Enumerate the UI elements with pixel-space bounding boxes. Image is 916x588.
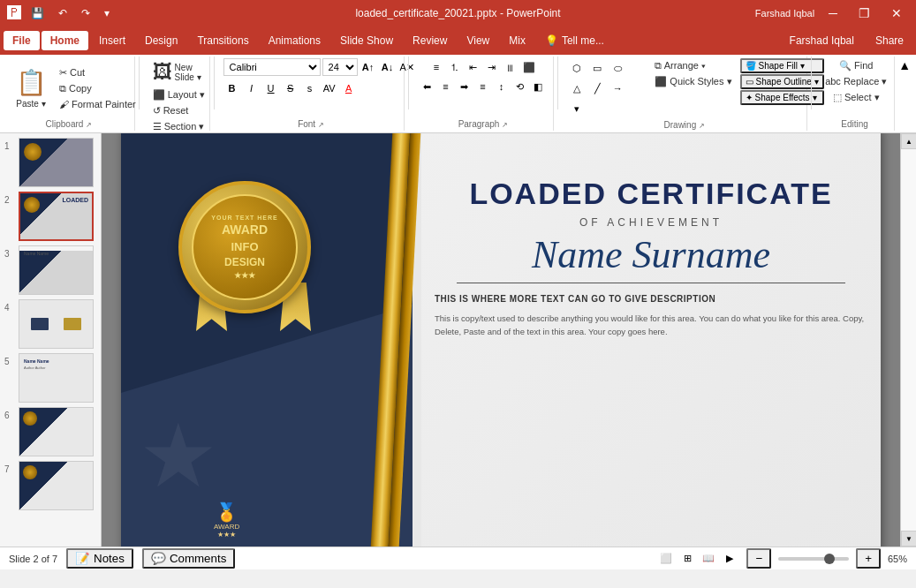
slide-thumb-1[interactable]: 1 bbox=[4, 138, 96, 187]
scroll-down-button[interactable]: ▼ bbox=[901, 531, 916, 547]
menu-insert[interactable]: Insert bbox=[90, 31, 134, 50]
menu-home[interactable]: Home bbox=[42, 31, 88, 50]
save-button[interactable]: 💾 bbox=[26, 5, 49, 21]
slide-preview-7[interactable] bbox=[19, 461, 94, 510]
convert-to-smartart-button[interactable]: ◧ bbox=[529, 78, 547, 95]
bullets-button[interactable]: ≡ bbox=[428, 58, 445, 76]
slide-thumb-3[interactable]: 3 Name Name bbox=[4, 245, 96, 295]
replace-button[interactable]: abc Replace ▾ bbox=[821, 74, 891, 89]
slide-preview-6[interactable] bbox=[19, 407, 94, 456]
menu-mix[interactable]: Mix bbox=[500, 31, 534, 50]
menu-transitions[interactable]: Transitions bbox=[188, 31, 257, 50]
collapse-ribbon-button[interactable]: ▲ bbox=[898, 58, 911, 72]
slide-preview-2[interactable]: LOADED bbox=[19, 192, 94, 241]
oval-button[interactable]: ⬭ bbox=[608, 58, 627, 78]
section-button[interactable]: ☰ Section ▾ bbox=[148, 119, 209, 134]
undo-button[interactable]: ↶ bbox=[54, 5, 72, 21]
share-button[interactable]: Share bbox=[867, 31, 912, 50]
rect-button[interactable]: ▭ bbox=[587, 58, 607, 78]
slide-thumb-7[interactable]: 7 bbox=[4, 461, 96, 510]
select-button[interactable]: ⬚ Select ▾ bbox=[829, 90, 884, 105]
menu-view[interactable]: View bbox=[458, 31, 498, 50]
award-bottom-text: AWARD ★★★ bbox=[214, 523, 239, 539]
shapes-button[interactable]: ⬡ bbox=[567, 58, 587, 78]
medal-stars: ★★★ bbox=[211, 270, 277, 282]
layout-button[interactable]: ⬛ Layout ▾ bbox=[148, 87, 209, 102]
normal-view-button[interactable]: ⬜ bbox=[656, 551, 676, 567]
slide-preview-3[interactable]: Name Name bbox=[19, 245, 94, 295]
strikethrough-button[interactable]: S bbox=[282, 79, 299, 97]
menu-design[interactable]: Design bbox=[136, 31, 186, 50]
font-family-select[interactable]: Calibri bbox=[223, 58, 321, 76]
format-painter-button[interactable]: 🖌 Format Painter bbox=[55, 97, 140, 111]
find-button[interactable]: 🔍 Find bbox=[835, 58, 877, 73]
justify-button[interactable]: ≡ bbox=[473, 78, 491, 95]
arrange-button[interactable]: ⧉ Arrange ▾ bbox=[650, 58, 736, 73]
restore-button[interactable]: ❐ bbox=[852, 4, 877, 22]
scroll-track[interactable] bbox=[901, 149, 916, 531]
quick-styles-button[interactable]: ⬛ Quick Styles ▾ bbox=[650, 74, 736, 89]
decrease-font-button[interactable]: A↓ bbox=[379, 58, 397, 76]
copy-button[interactable]: ⧉ Copy bbox=[55, 81, 140, 96]
redo-button[interactable]: ↷ bbox=[77, 5, 95, 21]
slide-sorter-button[interactable]: ⊞ bbox=[678, 551, 697, 567]
slide-thumb-5[interactable]: 5 Name Name Author Author bbox=[4, 353, 96, 403]
bold-button[interactable]: B bbox=[223, 79, 241, 97]
italic-button[interactable]: I bbox=[243, 79, 261, 97]
menu-review[interactable]: Review bbox=[404, 31, 456, 50]
comments-button[interactable]: 💬 Comments bbox=[142, 548, 235, 569]
customize-qat-button[interactable]: ▾ bbox=[100, 5, 114, 21]
align-right-button[interactable]: ➡ bbox=[455, 78, 473, 95]
menu-slideshow[interactable]: Slide Show bbox=[331, 31, 402, 50]
shadow-button[interactable]: s bbox=[301, 79, 319, 97]
align-left-button[interactable]: ⬅ bbox=[418, 78, 435, 95]
paste-button[interactable]: 📋 Paste ▾ bbox=[9, 65, 53, 111]
slide-thumb-2[interactable]: 2 LOADED bbox=[4, 192, 96, 241]
menu-animations[interactable]: Animations bbox=[260, 31, 329, 50]
menu-tell-me[interactable]: 💡Tell me... bbox=[536, 31, 613, 50]
slide-preview-4[interactable] bbox=[19, 299, 94, 349]
columns-button[interactable]: ⫼ bbox=[502, 58, 519, 76]
triangle-button[interactable]: △ bbox=[567, 79, 587, 98]
slide-thumb-4[interactable]: 4 bbox=[4, 299, 96, 349]
slide-preview-5[interactable]: Name Name Author Author bbox=[19, 353, 94, 403]
comments-icon: 💬 bbox=[151, 552, 166, 565]
underline-button[interactable]: U bbox=[262, 79, 280, 97]
text-direction-button[interactable]: ⟲ bbox=[511, 78, 528, 95]
slide-preview-1[interactable] bbox=[19, 138, 94, 187]
font-color-button[interactable]: A bbox=[340, 79, 358, 97]
minimize-button[interactable]: ─ bbox=[821, 4, 844, 22]
shapes-more-button[interactable]: ▾ bbox=[567, 99, 587, 118]
spacing-button[interactable]: AV bbox=[321, 79, 338, 97]
arrow-button[interactable]: → bbox=[608, 79, 627, 98]
menu-file[interactable]: File bbox=[4, 31, 40, 50]
cut-button[interactable]: ✂ Cut bbox=[55, 65, 140, 80]
shape-fill-label: Shape Fill bbox=[759, 61, 798, 71]
smartart-button[interactable]: ⬛ bbox=[520, 58, 538, 76]
main-layout: 1 2 LOADED 3 Name Name bbox=[0, 133, 916, 547]
line-spacing-button[interactable]: ↕ bbox=[492, 78, 510, 95]
comments-label: Comments bbox=[170, 552, 226, 565]
notes-button[interactable]: 📝 Notes bbox=[66, 548, 133, 569]
zoom-out-button[interactable]: − bbox=[746, 548, 771, 569]
reset-button[interactable]: ↺ Reset bbox=[148, 103, 193, 118]
align-center-button[interactable]: ≡ bbox=[436, 78, 454, 95]
increase-indent-button[interactable]: ⇥ bbox=[483, 58, 501, 76]
scroll-up-button[interactable]: ▲ bbox=[901, 133, 916, 149]
canvas-area: NOTE: (STATIC PAGE) ★ bbox=[102, 133, 900, 547]
line-button[interactable]: ╱ bbox=[587, 79, 607, 98]
reading-view-button[interactable]: 📖 bbox=[699, 551, 718, 567]
new-slide-button[interactable]: 🖼 New Slide ▾ bbox=[148, 58, 206, 87]
font-size-select[interactable]: 24 bbox=[322, 58, 358, 76]
paste-icon: 📋 bbox=[16, 68, 47, 97]
increase-font-button[interactable]: A↑ bbox=[360, 58, 377, 76]
slide-thumb-6[interactable]: 6 bbox=[4, 407, 96, 456]
user-account[interactable]: Farshad Iqbal bbox=[781, 31, 863, 50]
slide-canvas[interactable]: NOTE: (STATIC PAGE) ★ bbox=[121, 133, 881, 547]
zoom-in-button[interactable]: + bbox=[856, 548, 881, 569]
slideshow-button[interactable]: ▶ bbox=[720, 551, 739, 567]
numbering-button[interactable]: ⒈ bbox=[446, 58, 464, 76]
close-button[interactable]: ✕ bbox=[884, 4, 909, 22]
decrease-indent-button[interactable]: ⇤ bbox=[465, 58, 482, 76]
zoom-slider[interactable] bbox=[778, 557, 849, 561]
